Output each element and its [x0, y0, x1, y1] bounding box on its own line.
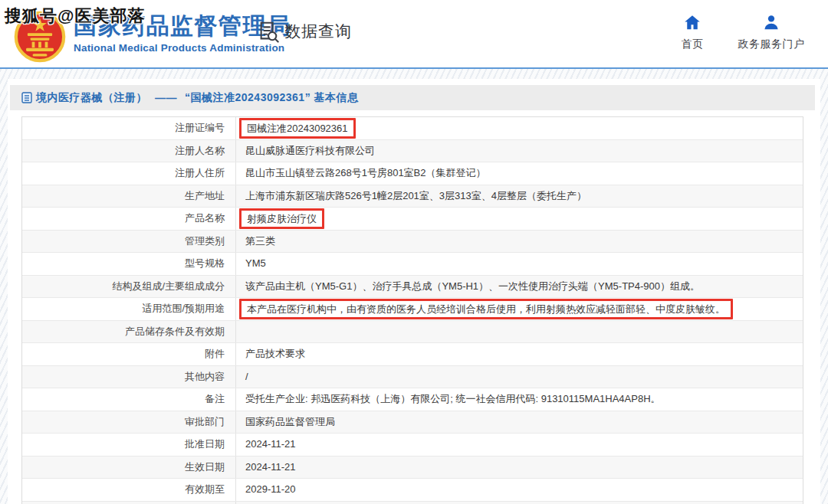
table-row: 注册人住所昆山市玉山镇登云路268号1号房801室B2（集群登记） [22, 162, 803, 185]
row-value: 2029-11-20 [236, 479, 803, 501]
row-label [22, 502, 236, 504]
data-query-label: 数据查询 [284, 21, 352, 42]
row-value: 国家药品监督管理局 [236, 411, 803, 434]
row-value: 2024-11-21 [236, 457, 803, 479]
highlight-box: 射频皮肤治疗仪 [239, 208, 324, 229]
table-row: 产品储存条件及有效期 [22, 321, 803, 344]
table-row: 其他内容/ [22, 366, 803, 389]
document-icon [21, 92, 32, 103]
row-value: 昆山市玉山镇登云路268号1号房801室B2（集群登记） [236, 162, 803, 185]
nav-portal-label: 政务服务门户 [738, 38, 805, 51]
data-query-tab[interactable]: 数据查询 [257, 20, 352, 43]
row-label: 备注 [22, 388, 236, 411]
row-label: 其他内容 [22, 366, 236, 388]
home-icon [683, 14, 702, 32]
row-label: 生产地址 [22, 185, 236, 208]
row-value: 该产品由主机（YM5-G1）、治疗手具总成（YM5-H1）、一次性使用治疗头端（… [236, 276, 803, 298]
org-subtitle: National Medical Products Administration [74, 42, 291, 54]
row-label: 注册人名称 [22, 140, 236, 162]
watermark-text: 搜狐号@医美部落 [5, 5, 145, 28]
highlight-box: 本产品在医疗机构中，由有资质的医务人员经培训合格后使用，利用射频热效应减轻面部轻… [239, 299, 733, 319]
table-row: 备注受托生产企业: 邦迅医药科技（上海）有限公司; 统一社会信用代码: 9131… [22, 388, 803, 411]
row-value: / [236, 366, 803, 388]
row-value: 受托生产企业: 邦迅医药科技（上海）有限公司; 统一社会信用代码: 913101… [236, 388, 803, 411]
row-label: 注册人住所 [22, 162, 236, 185]
table-row: 适用范围/预期用途本产品在医疗机构中，由有资质的医务人员经培训合格后使用，利用射… [22, 298, 803, 321]
row-label: 管理类别 [22, 231, 236, 253]
row-value: 上海市浦东新区瑞庆路526号1幢2层201室、3层313室、4层整层（委托生产） [236, 185, 803, 208]
row-value: 射频皮肤治疗仪 [236, 208, 803, 230]
table-row: 有效期至2029-11-20 [22, 479, 803, 502]
document-search-icon [257, 20, 280, 43]
header-nav: 首页 政务服务门户 [659, 14, 817, 51]
breadcrumb-section: 境内医疗器械（注册） [36, 91, 147, 105]
row-value [236, 321, 803, 343]
nav-portal[interactable]: 政务服务门户 [725, 14, 817, 51]
breadcrumb-detail: “国械注准20243092361” 基本信息 [185, 91, 359, 105]
row-label: 适用范围/预期用途 [22, 298, 236, 320]
breadcrumb: 境内医疗器械（注册） —— “国械注准20243092361” 基本信息 [10, 85, 815, 110]
row-label: 结构及组成/主要组成成分 [22, 276, 236, 298]
row-label: 产品储存条件及有效期 [22, 321, 236, 343]
row-value [236, 502, 803, 504]
table-row: 附件产品技术要求 [22, 343, 803, 366]
header-divider [0, 67, 828, 69]
row-label: 有效期至 [22, 479, 236, 501]
table-row: 审批部门国家药品监督管理局 [22, 411, 803, 434]
row-label: 批准日期 [22, 434, 236, 456]
content-panel: 境内医疗器械（注册） —— “国械注准20243092361” 基本信息 注册证… [8, 79, 820, 504]
table-row: 生产地址上海市浦东新区瑞庆路526号1幢2层201室、3层313室、4层整层（委… [22, 185, 803, 208]
row-value: 昆山威脉通医疗科技有限公司 [236, 140, 803, 162]
table-row: 型号规格YM5 [22, 253, 803, 276]
table-row: 批准日期2024-11-21 [22, 434, 803, 457]
row-label: 型号规格 [22, 253, 236, 275]
nav-home[interactable]: 首页 [659, 14, 725, 51]
row-value: 国械注准20243092361 [236, 117, 803, 139]
table-row: 生效日期2024-11-21 [22, 457, 803, 479]
table-row: 注册证编号国械注准20243092361 [22, 117, 803, 140]
table-row: 注册人名称昆山威脉通医疗科技有限公司 [22, 140, 803, 163]
row-value: 2024-11-21 [236, 434, 803, 456]
table-row [22, 502, 803, 504]
info-table: 注册证编号国械注准20243092361注册人名称昆山威脉通医疗科技有限公司注册… [21, 116, 803, 504]
highlight-box: 国械注准20243092361 [239, 118, 356, 139]
row-label: 生效日期 [22, 457, 236, 479]
row-label: 产品名称 [22, 208, 236, 230]
breadcrumb-dash: —— [155, 92, 177, 104]
row-label: 附件 [22, 343, 236, 365]
row-value: 产品技术要求 [236, 343, 803, 365]
row-value: 第三类 [236, 231, 803, 253]
row-label: 审批部门 [22, 411, 236, 434]
nav-home-label: 首页 [682, 38, 704, 51]
table-row: 结构及组成/主要组成成分该产品由主机（YM5-G1）、治疗手具总成（YM5-H1… [22, 276, 803, 299]
row-value: 本产品在医疗机构中，由有资质的医务人员经培训合格后使用，利用射频热效应减轻面部轻… [236, 298, 803, 320]
table-row: 产品名称射频皮肤治疗仪 [22, 208, 803, 231]
user-icon [762, 14, 780, 32]
row-value: YM5 [236, 253, 803, 275]
row-label: 注册证编号 [22, 117, 236, 139]
table-row: 管理类别第三类 [22, 231, 803, 254]
